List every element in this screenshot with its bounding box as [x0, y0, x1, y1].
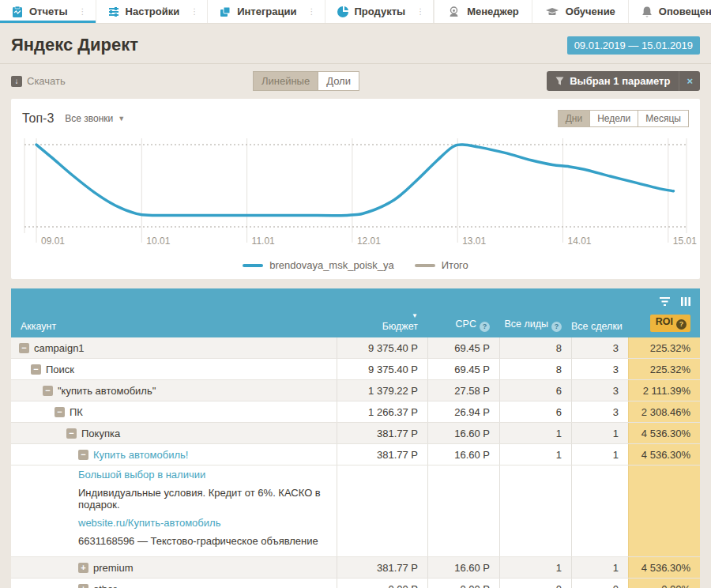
download-label: Скачать: [27, 75, 66, 87]
column-label: Все сделки: [571, 321, 623, 332]
column-label: Аккаунт: [21, 321, 56, 332]
nav-utilities: Менеджер Обучение Оповещения: [434, 0, 711, 23]
download-button[interactable]: ↓ Скачать: [11, 75, 66, 87]
x-axis-label: 12.01: [357, 236, 381, 247]
chart-series-line: [36, 145, 673, 216]
column-header-leads[interactable]: Все лиды?: [499, 318, 571, 332]
reports-icon: [11, 6, 24, 18]
toggle-linear[interactable]: Линейные: [253, 71, 318, 91]
collapse-icon[interactable]: −: [19, 343, 29, 353]
row-label-link[interactable]: Купить автомобиль!: [93, 449, 188, 461]
filter-rows-icon[interactable]: [660, 296, 670, 308]
period-days[interactable]: Дни: [558, 110, 590, 127]
ad-link-line[interactable]: Большой выбор в наличии: [78, 466, 337, 484]
table-row: −ПК1 266.37 Р26.94 Р632 308.46%: [11, 401, 700, 423]
column-header-deals[interactable]: Все сделки: [571, 321, 628, 332]
deals-cell: 1: [571, 557, 628, 578]
deals-cell: 3: [571, 380, 628, 401]
nav-education-label: Обучение: [566, 6, 615, 17]
table-body: −campaign19 375.40 Р69.45 Р83225.32%−Пои…: [11, 337, 700, 588]
metric-selector-value: Все звонки: [65, 113, 113, 124]
selected-parameter-filter[interactable]: Выбран 1 параметр ×: [547, 71, 700, 91]
empty-cell: [337, 466, 427, 556]
deals-cell: 1: [571, 423, 628, 443]
collapse-icon[interactable]: −: [31, 364, 41, 375]
tab-integrations-menu-icon[interactable]: ⋮: [306, 8, 318, 15]
row-label: premium: [93, 562, 134, 574]
ad-link-line[interactable]: website.ru/Купить-автомобиль: [78, 514, 337, 532]
help-icon[interactable]: ?: [676, 319, 687, 330]
legend-item-total[interactable]: Итого: [415, 259, 468, 271]
tab-settings-menu-icon[interactable]: ⋮: [188, 8, 201, 15]
nav-manager-label: Менеджер: [467, 6, 519, 17]
ad-text-line: 6631168596 — Текстово-графическое объявл…: [78, 532, 337, 550]
sort-desc-icon[interactable]: ▼: [337, 313, 418, 319]
tab-products-menu-icon[interactable]: ⋮: [414, 8, 427, 15]
period-weeks[interactable]: Недели: [590, 110, 638, 127]
tab-reports-label: Отчеты: [29, 6, 68, 17]
help-icon[interactable]: ?: [551, 322, 562, 332]
tab-products[interactable]: Продукты ⋮: [325, 0, 434, 23]
columns-icon[interactable]: [681, 296, 690, 308]
budget-cell: 9 375.40 Р: [337, 337, 427, 358]
line-chart[interactable]: 09.0110.0111.0112.0113.0114.0115.01: [11, 134, 700, 251]
table-row: +other0.00 Р0.00 Р000.00%: [11, 579, 700, 588]
column-header-roi[interactable]: ROI?: [628, 315, 700, 332]
collapse-icon[interactable]: −: [66, 428, 77, 439]
collapse-icon[interactable]: −: [43, 386, 53, 396]
settings-icon: [107, 6, 120, 18]
x-axis-label: 15.01: [673, 236, 697, 247]
tab-integrations[interactable]: Интеграции ⋮: [208, 0, 325, 23]
legend-item-series[interactable]: brendovaya_msk_poisk_ya: [243, 259, 394, 271]
cpc-cell: 0.00 Р: [427, 579, 499, 588]
table-row: −Поиск9 375.40 Р69.45 Р83225.32%: [11, 359, 700, 380]
column-label: ROI: [656, 316, 673, 327]
row-label: Покупка: [81, 428, 120, 439]
period-months[interactable]: Месяцы: [638, 110, 689, 127]
report-table: Аккаунт▼БюджетCPC?Все лиды?Все сделкиROI…: [11, 288, 700, 588]
column-header-cpc[interactable]: CPC?: [427, 318, 499, 332]
roi-header-badge[interactable]: ROI?: [650, 315, 690, 332]
toggle-shares[interactable]: Доли: [318, 71, 359, 91]
leads-cell: 8: [499, 337, 571, 358]
budget-cell: 381.77 Р: [337, 444, 427, 465]
x-axis-label: 09.01: [41, 236, 65, 247]
empty-cell: [628, 466, 700, 556]
nav-item-manager[interactable]: Менеджер: [434, 0, 532, 23]
period-toggle: Дни Недели Месяцы: [558, 110, 689, 127]
expand-icon[interactable]: +: [78, 563, 88, 573]
column-header-account[interactable]: Аккаунт: [11, 321, 337, 332]
date-range-picker[interactable]: 09.01.2019 — 15.01.2019: [567, 36, 700, 55]
nav-item-notifications[interactable]: Оповещения: [628, 0, 711, 23]
filter-close-icon[interactable]: ×: [679, 71, 700, 91]
roi-cell: 0.00%: [628, 579, 700, 588]
table-row: −"купить автомобиль"1 379.22 Р27.58 Р632…: [11, 380, 700, 401]
column-header-budget[interactable]: ▼Бюджет: [337, 313, 427, 332]
products-icon: [337, 6, 349, 18]
top-navigation: Отчеты ⋮ Настройки ⋮ Интеграции ⋮ Продук…: [0, 0, 711, 24]
cpc-cell: 27.58 Р: [427, 380, 499, 401]
cpc-cell: 16.60 Р: [427, 444, 499, 465]
page-title: Яндекс Директ: [11, 35, 138, 55]
deals-cell: 3: [571, 401, 628, 422]
metric-selector[interactable]: Все звонки ▼: [65, 113, 125, 124]
row-label: "купить автомобиль": [58, 385, 156, 397]
x-axis-label: 10.01: [146, 236, 170, 247]
column-label: Все лиды: [504, 318, 548, 330]
expand-icon[interactable]: +: [78, 584, 88, 588]
collapse-icon[interactable]: −: [55, 407, 65, 417]
table-row: −Купить автомобиль!381.77 Р16.60 Р114 53…: [11, 444, 700, 466]
collapse-icon[interactable]: −: [78, 450, 88, 460]
chart-panel: Топ-3 Все звонки ▼ Дни Недели Месяцы 09.…: [11, 99, 700, 279]
help-icon[interactable]: ?: [480, 322, 490, 332]
table-header: Аккаунт▼БюджетCPC?Все лиды?Все сделкиROI…: [11, 288, 700, 337]
legend-total-label: Итого: [442, 259, 468, 271]
tab-settings[interactable]: Настройки ⋮: [96, 0, 209, 23]
table-row: −campaign19 375.40 Р69.45 Р83225.32%: [11, 337, 700, 359]
chevron-down-icon: ▼: [118, 115, 125, 122]
tab-reports[interactable]: Отчеты ⋮: [0, 0, 96, 23]
leads-cell: 1: [499, 423, 571, 443]
tab-reports-menu-icon[interactable]: ⋮: [77, 8, 89, 15]
nav-item-education[interactable]: Обучение: [532, 0, 628, 23]
roi-cell: 2 111.39%: [628, 380, 700, 401]
